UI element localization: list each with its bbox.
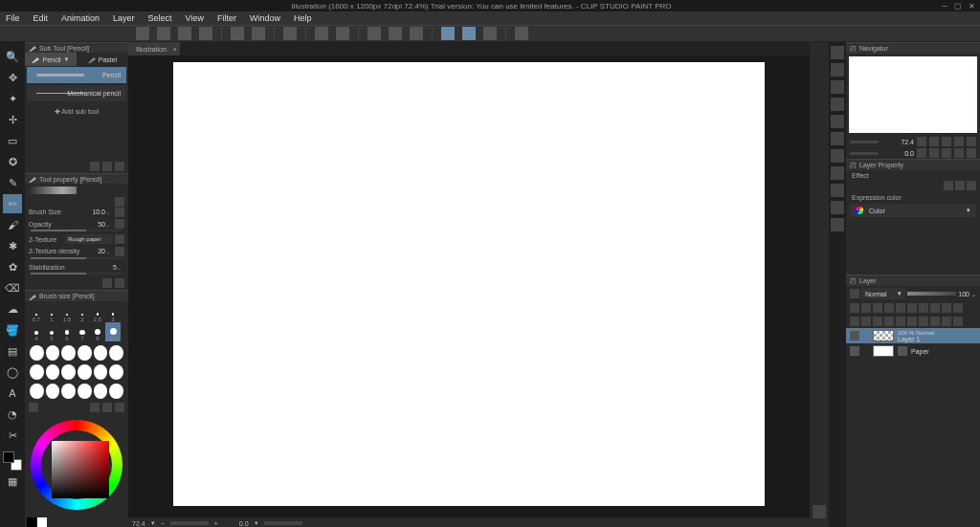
nav-rotl-icon[interactable]	[917, 148, 926, 158]
menu-view[interactable]: View	[186, 13, 204, 23]
nav-zoomin-icon[interactable]	[929, 137, 939, 146]
auto-select-tool-icon[interactable]: ✪	[3, 152, 22, 171]
canvas[interactable]	[173, 62, 765, 506]
brush-size-10[interactable]: 10	[105, 322, 121, 341]
operation-tool-icon[interactable]: ✦	[3, 89, 22, 108]
prop-wrench-icon[interactable]	[115, 278, 124, 288]
effect-layer-icon[interactable]	[967, 181, 976, 190]
layerbtn2-7-icon[interactable]	[919, 317, 928, 326]
close-button[interactable]: ✕	[967, 1, 976, 11]
pen-tool-icon[interactable]: ✎	[3, 173, 22, 192]
layer-row-2[interactable]: Paper	[846, 343, 980, 359]
brush-settings2-icon[interactable]	[102, 403, 112, 412]
navigator-rotation-value[interactable]: 0.0	[881, 150, 914, 157]
fgbg-swatches[interactable]	[3, 451, 22, 471]
rotate-dropdown-icon[interactable]: ▾	[255, 519, 258, 527]
airbrush-tool-icon[interactable]: ✱	[3, 236, 22, 255]
close-tab-icon[interactable]: ×	[173, 46, 177, 53]
brush-size-2.5[interactable]: 2.5	[90, 303, 105, 322]
brush-settings1-icon[interactable]	[90, 403, 100, 412]
rotate-readout[interactable]: 0.0	[239, 520, 249, 527]
brush-size-1.5[interactable]: 1.5	[59, 303, 75, 322]
layerbtn2-6-icon[interactable]	[907, 317, 917, 326]
layerbtn2-3-icon[interactable]	[873, 317, 882, 326]
brush-add-icon[interactable]	[29, 403, 38, 412]
quick-access-icon-11[interactable]	[831, 218, 844, 231]
marquee-tool-icon[interactable]: ▭	[3, 131, 22, 150]
nav-fit-icon[interactable]	[942, 137, 951, 146]
magnify-tool-icon[interactable]: 🔍	[3, 47, 22, 66]
menu-animation[interactable]: Animation	[61, 13, 100, 23]
menu-file[interactable]: File	[6, 13, 20, 23]
fill-tool-icon[interactable]: 🪣	[3, 320, 22, 340]
layers-header[interactable]: ◰ Layer	[846, 274, 980, 286]
zoom-dropdown-icon[interactable]: ▾	[151, 519, 155, 527]
expression-color-dropdown[interactable]: Color ▾	[850, 204, 976, 217]
deco-tool-icon[interactable]: ✿	[3, 257, 22, 276]
menu-help[interactable]: Help	[294, 13, 312, 23]
cmd-redo-icon[interactable]	[252, 27, 265, 40]
brush-size-panel-header[interactable]: Brush size [Pencil]	[25, 290, 128, 300]
layerbtn-2-icon[interactable]	[861, 303, 871, 313]
rotate-slider[interactable]	[264, 521, 302, 525]
layerbtn-6-icon[interactable]	[907, 303, 917, 313]
quick-access-icon-4[interactable]	[831, 98, 844, 111]
subtool-settings-icon[interactable]	[90, 162, 100, 171]
quick-access-icon-8[interactable]	[831, 166, 844, 180]
history-swatch-2[interactable]	[37, 517, 47, 527]
brush-size-2[interactable]: 2	[75, 303, 90, 322]
minimize-button[interactable]: ─	[940, 1, 949, 11]
navigator-zoom-slider[interactable]	[850, 141, 879, 143]
layerbtn2-10-icon[interactable]	[953, 317, 963, 326]
balloon-tool-icon[interactable]: ◔	[3, 405, 22, 424]
menu-layer[interactable]: Layer	[113, 13, 135, 23]
quick-access-icon-9[interactable]	[831, 184, 844, 197]
prop-texture[interactable]: 2-Texture Rough paper	[25, 233, 128, 245]
subtool-item-mechanical[interactable]: Mechanical pencil	[27, 85, 126, 101]
navigator-zoom-value[interactable]: 72.4	[881, 139, 914, 145]
layer-move-tool-icon[interactable]: ✢	[3, 110, 22, 129]
opacity-indicator-icon[interactable]	[115, 219, 124, 229]
gradient-tool-icon[interactable]: ▤	[3, 341, 22, 361]
visibility-toggle-icon[interactable]	[850, 346, 859, 356]
menu-filter[interactable]: Filter	[217, 13, 236, 23]
brush-trash-icon[interactable]	[115, 403, 124, 412]
subtool-item-pencil[interactable]: Pencil	[27, 67, 126, 83]
navigator-header[interactable]: ◰ Navigator	[846, 42, 980, 54]
texture-dropdown-icon[interactable]	[115, 234, 124, 244]
prop-brush-size[interactable]: Brush Size 10.0 ⌄	[25, 207, 128, 218]
cmd-snap-grid-icon[interactable]	[483, 27, 497, 40]
text-tool-icon[interactable]: A	[3, 384, 22, 403]
brush-size-4[interactable]: 4	[29, 322, 44, 341]
brush-size-8[interactable]: 8	[90, 322, 105, 341]
nav-rotr-icon[interactable]	[929, 148, 939, 158]
brush-size-7[interactable]: 7	[75, 322, 90, 341]
cmd-snap-special-icon[interactable]	[462, 27, 476, 40]
cmd-select-scale-icon[interactable]	[368, 27, 381, 40]
nav-flipv-icon[interactable]	[967, 148, 976, 158]
prop-opacity[interactable]: Opacity 50 ⌄	[25, 218, 128, 230]
move-tool-icon[interactable]: ✥	[3, 68, 22, 87]
layerbtn2-2-icon[interactable]	[861, 317, 871, 326]
cmd-save-icon[interactable]	[199, 27, 212, 40]
quick-access-icon-7[interactable]	[831, 149, 844, 163]
layerbtn-5-icon[interactable]	[896, 303, 905, 313]
subtab-pastel[interactable]: Pastel	[77, 53, 128, 65]
maximize-button[interactable]: ▢	[953, 1, 963, 11]
figure-tool-icon[interactable]: ◯	[3, 362, 22, 382]
brush-size-3[interactable]: 3	[105, 303, 121, 322]
quick-access-icon-1[interactable]	[831, 46, 844, 59]
cmd-fill-icon[interactable]	[315, 27, 328, 40]
zoom-out-icon[interactable]: −	[161, 520, 165, 527]
brush-size-6[interactable]: 6	[59, 322, 75, 341]
menu-edit[interactable]: Edit	[33, 13, 49, 23]
layer-opacity-slider[interactable]	[907, 292, 956, 296]
layerbtn-1-icon[interactable]	[850, 303, 859, 313]
cmd-help-icon[interactable]	[515, 27, 528, 40]
nav-rotreset-icon[interactable]	[942, 148, 951, 158]
quick-access-icon-5[interactable]	[831, 115, 844, 128]
layer-opacity-value[interactable]: 100	[958, 291, 969, 297]
layerbtn-4-icon[interactable]	[884, 303, 894, 313]
brush-size-1[interactable]: 1	[44, 303, 59, 322]
zoom-in-icon[interactable]: +	[214, 520, 218, 527]
